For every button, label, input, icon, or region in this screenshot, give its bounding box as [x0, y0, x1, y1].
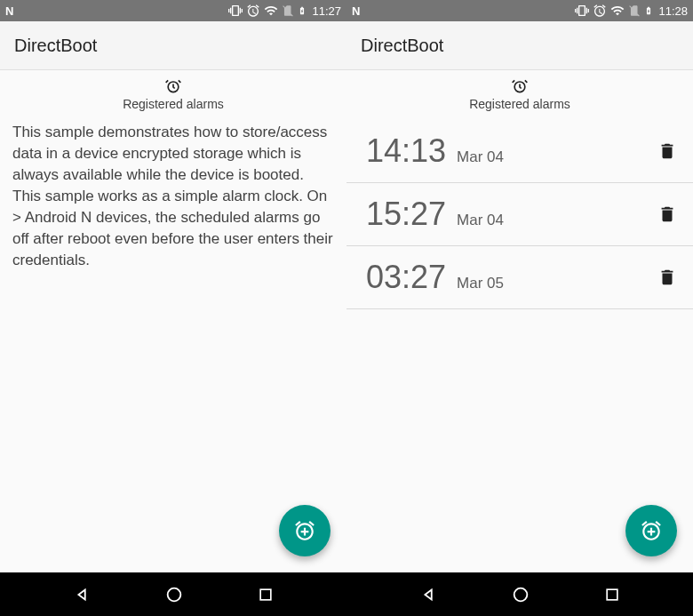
home-icon: [511, 585, 530, 604]
recents-button[interactable]: [257, 586, 275, 604]
no-sim-icon: [628, 4, 641, 17]
alarm-status-icon: [593, 4, 607, 18]
delete-alarm-button[interactable]: [657, 141, 677, 161]
trash-icon: [657, 141, 677, 161]
alarm-time: 03:27: [366, 259, 446, 296]
content-area: Registered alarms 14:13 Mar 04 15:27 Mar…: [346, 70, 693, 572]
alarm-icon: [511, 77, 529, 95]
back-button[interactable]: [419, 585, 439, 604]
battery-charging-icon: [644, 4, 653, 18]
phone-left: N 11:27 DirectBoot Registered alarms Thi…: [0, 0, 346, 572]
alarm-row[interactable]: 03:27 Mar 05: [346, 246, 693, 309]
description-text: This sample demonstrates how to store/ac…: [0, 111, 346, 271]
alarm-time: 14:13: [366, 132, 446, 170]
section-header: Registered alarms: [0, 70, 346, 111]
section-title: Registered alarms: [346, 97, 693, 111]
back-icon: [73, 585, 92, 604]
home-icon: [164, 585, 184, 604]
svg-rect-3: [260, 589, 271, 600]
recents-button[interactable]: [603, 586, 621, 604]
wifi-icon: [610, 4, 625, 18]
alarm-time: 15:27: [366, 196, 446, 233]
alarm-row[interactable]: 15:27 Mar 04: [346, 183, 693, 246]
home-button[interactable]: [164, 585, 184, 604]
content-area: Registered alarms This sample demonstrat…: [0, 70, 346, 572]
app-bar: DirectBoot: [0, 21, 346, 70]
add-alarm-fab[interactable]: [279, 505, 331, 556]
trash-icon: [657, 204, 677, 224]
svg-point-4: [514, 588, 528, 601]
alarm-date: Mar 04: [457, 212, 504, 229]
status-bar: N 11:28: [346, 0, 693, 21]
app-title: DirectBoot: [361, 36, 443, 56]
add-alarm-fab[interactable]: [625, 505, 677, 556]
status-clock: 11:28: [658, 4, 688, 18]
alarm-status-icon: [246, 4, 260, 18]
alarm-list: 14:13 Mar 04 15:27 Mar 04 03:27: [346, 120, 693, 309]
app-title: DirectBoot: [14, 36, 97, 56]
vibrate-icon: [228, 4, 243, 18]
vibrate-icon: [575, 4, 589, 18]
back-icon: [419, 585, 439, 604]
delete-alarm-button[interactable]: [657, 268, 677, 287]
alarm-icon: [164, 77, 182, 95]
app-bar: DirectBoot: [346, 21, 693, 70]
alarm-row[interactable]: 14:13 Mar 04: [346, 120, 693, 183]
back-button[interactable]: [73, 585, 92, 604]
recents-icon: [603, 586, 621, 604]
section-header: Registered alarms: [346, 70, 693, 111]
wifi-icon: [264, 4, 278, 18]
section-title: Registered alarms: [0, 97, 346, 111]
status-bar: N 11:27: [0, 0, 346, 21]
battery-charging-icon: [298, 4, 307, 18]
android-n-icon: N: [5, 4, 13, 18]
svg-rect-5: [607, 589, 617, 600]
home-button[interactable]: [511, 585, 530, 604]
android-n-icon: N: [352, 4, 360, 18]
recents-icon: [257, 586, 275, 604]
trash-icon: [657, 268, 677, 287]
alarm-date: Mar 04: [457, 148, 504, 166]
no-sim-icon: [282, 4, 294, 17]
svg-point-2: [168, 588, 181, 601]
add-alarm-icon: [293, 519, 316, 542]
delete-alarm-button[interactable]: [657, 204, 677, 224]
alarm-date: Mar 05: [457, 275, 504, 292]
phone-right: N 11:28 DirectBoot Registered alarms 14:…: [346, 0, 693, 572]
navigation-bar: [0, 572, 693, 616]
status-clock: 11:27: [312, 4, 341, 18]
add-alarm-icon: [640, 519, 663, 542]
